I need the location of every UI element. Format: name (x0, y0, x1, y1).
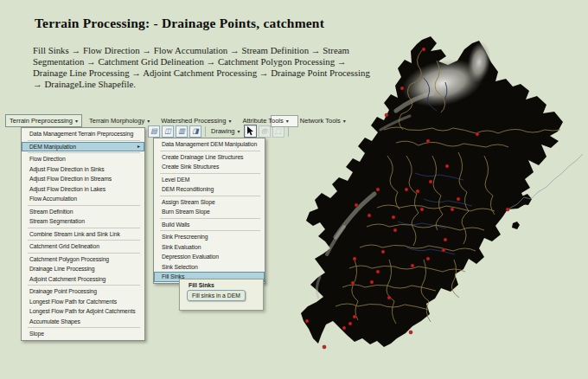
menu-item[interactable]: DEM Manipulation ▸ (22, 142, 144, 152)
drainage-point (381, 250, 385, 254)
menu-item[interactable]: Catchment Grid Delineation ▸ (22, 241, 144, 252)
submenu-item-label: Burn Stream Slope (162, 207, 210, 217)
menu-item[interactable]: Stream Definition ▸ (22, 207, 144, 217)
menu-item[interactable]: Drainage Line Processing ▸ (22, 264, 144, 274)
submenu-item[interactable]: Sink Prescreening (154, 232, 265, 242)
drainage-point (445, 164, 449, 168)
drainage-point (506, 208, 509, 211)
menubar-item[interactable]: Attribute Tools ▾ (238, 114, 292, 127)
menu-separator (160, 230, 260, 231)
drainage-point (457, 197, 460, 201)
cursor-arrow-icon (246, 126, 254, 136)
drainage-point (368, 214, 371, 217)
menubar-item[interactable]: Terrain Morphology ▾ (85, 114, 154, 127)
catchment-map[interactable] (294, 0, 588, 379)
menubar-item[interactable]: Terrain Preprocessing ▾ (5, 114, 82, 127)
menu-item-label: Slope (29, 329, 44, 339)
drainage-point (444, 238, 447, 241)
drawing-menu-button[interactable]: Drawing ▾ (209, 126, 242, 136)
menu-item-label: Longest Flow Path for Catchments (29, 297, 117, 307)
drainage-point (429, 180, 432, 183)
menu-item[interactable]: Flow Direction ▸ (22, 154, 144, 164)
drainage-point (385, 113, 388, 117)
menubar-item[interactable]: Watershed Processing ▾ (157, 114, 235, 127)
tooltip-title: Fill Sinks (180, 279, 263, 288)
menu-item[interactable]: Catchment Polygon Processing ▸ (22, 254, 144, 265)
menu-separator (28, 152, 140, 153)
menu-separator (160, 151, 260, 151)
drainage-point (422, 48, 425, 51)
drainage-point (387, 296, 391, 299)
menu-item[interactable]: Combine Stream Link and Sink Link ▸ (22, 229, 144, 240)
drainage-point (353, 257, 356, 260)
menu-separator (160, 196, 260, 196)
dem-manipulation-submenu: Data Management DEM Manipulation Create … (153, 138, 265, 284)
drainage-point (420, 208, 424, 211)
submenu-item[interactable]: Data Management DEM Manipulation (154, 139, 265, 150)
menu-item[interactable]: Flow Accumulation ▸ (22, 194, 144, 204)
menu-item-label: Catchment Polygon Processing (29, 254, 109, 265)
menu-separator (28, 285, 140, 286)
menu-separator (160, 218, 260, 219)
menu-item-label: Stream Segmentation (29, 216, 85, 227)
drainage-point (409, 331, 412, 334)
submenu-item[interactable]: Burn Stream Slope (154, 207, 265, 217)
submenu-item-label: Sink Prescreening (162, 232, 208, 242)
menubar-item[interactable]: Network Tools ▾ (296, 114, 350, 127)
drainage-point (370, 280, 374, 284)
submenu-item[interactable]: Create Sink Structures (154, 162, 265, 172)
submenu-arrow-icon: ▸ (137, 142, 140, 152)
menu-item-label: Catchment Grid Delineation (29, 241, 99, 252)
drainage-point (426, 139, 430, 143)
submenu-item-label: Depression Evaluation (162, 252, 219, 262)
menu-item[interactable]: Drainage Point Processing ▸ (22, 286, 144, 297)
submenu-item-label: Create Drainage Line Structures (162, 152, 243, 163)
submenu-item[interactable]: Sink Selection (154, 262, 265, 273)
submenu-item-label: Build Walls (162, 220, 189, 230)
menu-item-label: Adjoint Catchment Processing (29, 274, 105, 285)
drainage-point (476, 132, 479, 136)
menu-item-label: Flow Accumulation (29, 194, 77, 204)
menu-item-label: Longest Flow Path for Adjoint Catchments (29, 306, 136, 317)
menu-item-label: Drainage Line Processing (29, 264, 94, 274)
menubar-item-label: Terrain Morphology (89, 117, 144, 125)
menu-item[interactable]: Data Management Terrain Preprocessing ▸ (22, 129, 144, 139)
menu-item[interactable]: Slope ▸ (22, 329, 144, 339)
menu-item[interactable]: Accumulate Shapes ▸ (22, 317, 144, 327)
drainage-point (451, 208, 454, 211)
menu-item[interactable]: Adjust Flow Direction in Lakes ▸ (22, 184, 144, 195)
submenu-item[interactable]: Assign Stream Slope (154, 197, 265, 208)
drainage-point (342, 326, 346, 330)
menu-item[interactable]: Adjust Flow Direction in Sinks ▸ (22, 164, 144, 175)
menubar-item-label: Attribute Tools (242, 117, 283, 125)
drainage-point (416, 190, 419, 193)
drainage-point (392, 215, 395, 219)
menu-item-label: Combine Stream Link and Sink Link (29, 229, 120, 240)
submenu-item[interactable]: Create Drainage Line Structures (154, 152, 265, 163)
menu-separator (28, 228, 140, 228)
menu-item[interactable]: Stream Segmentation ▸ (22, 216, 144, 227)
menubar-item-label: Terrain Preprocessing (10, 117, 73, 125)
menu-item[interactable]: Adjoint Catchment Processing ▸ (22, 274, 144, 285)
toolbar-divider (205, 126, 206, 137)
menu-item-label: Flow Direction (29, 154, 66, 164)
submenu-item-label: Create Sink Structures (162, 162, 219, 172)
drainage-point (442, 248, 445, 252)
submenu-item[interactable]: Sink Evaluation (154, 242, 265, 253)
submenu-item[interactable]: DEM Reconditioning (154, 184, 265, 195)
menu-item[interactable]: Longest Flow Path for Catchments ▸ (22, 297, 144, 307)
menu-separator (28, 205, 140, 206)
menu-separator (28, 327, 140, 328)
menu-item[interactable]: Longest Flow Path for Adjoint Catchments… (22, 306, 144, 317)
drainage-point (400, 87, 404, 90)
submenu-item[interactable]: Build Walls (154, 220, 265, 230)
chevron-down-icon: ▾ (147, 119, 150, 124)
menu-item[interactable]: Adjust Flow Direction in Streams ▸ (22, 174, 144, 184)
submenu-item[interactable]: Depression Evaluation (154, 252, 265, 262)
submenu-item[interactable]: Level DEM (154, 175, 265, 185)
drainage-point (353, 315, 356, 318)
drainage-point (393, 228, 397, 232)
drainage-point (411, 264, 414, 267)
toolbar-divider (288, 126, 289, 137)
chevron-down-icon: ▾ (286, 119, 289, 124)
